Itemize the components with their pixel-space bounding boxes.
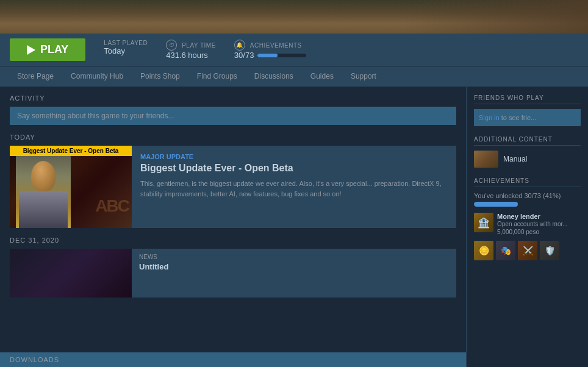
play-stats: LAST PLAYED Today ⏱ PLAY TIME 431.6 hour… <box>104 40 306 60</box>
sign-in-suffix: to see frie... <box>501 114 536 121</box>
achievement-money-lender-icon <box>474 213 493 232</box>
news-thumb-figure <box>16 155 71 228</box>
play-button[interactable]: PLAY <box>10 38 85 61</box>
playtime-label: PLAY TIME <box>182 42 216 49</box>
last-played-label: LAST PLAYED <box>104 40 148 46</box>
news-tag2: NEWS <box>139 254 168 260</box>
achievements-progress-bar <box>257 54 306 57</box>
news-thumbnail: Biggest Update Ever - Open Beta ABC <box>10 146 132 228</box>
news-card-major-update[interactable]: Biggest Update Ever - Open Beta ABC MAJO… <box>10 146 456 228</box>
sign-in-link[interactable]: Sign in <box>479 114 500 121</box>
sign-in-box[interactable]: Sign in to see frie... <box>474 109 581 126</box>
achievements-unlocked-text: You've unlocked 30/73 (41%) <box>474 192 581 199</box>
nav-discussions[interactable]: Discussions <box>247 66 301 87</box>
hero-banner <box>0 0 588 34</box>
news-card-dec[interactable]: NEWS Untitled <box>10 249 456 298</box>
achievements-sidebar-title: ACHIEVEMENTS <box>474 177 581 187</box>
friends-section: FRIENDS WHO PLAY Sign in to see frie... <box>474 94 581 126</box>
downloads-label: DOWNLOADS <box>10 356 59 363</box>
news-tag: MAJOR UPDATE <box>140 153 448 160</box>
achievements-sidebar-section: ACHIEVEMENTS You've unlocked 30/73 (41%)… <box>474 177 581 260</box>
nav-guides[interactable]: Guides <box>303 66 341 87</box>
additional-content-section: ADDITIONAL CONTENT Manual <box>474 136 581 168</box>
downloads-bar[interactable]: DOWNLOADS <box>0 352 466 367</box>
today-date-label: TODAY <box>10 134 456 141</box>
news-title2: Untitled <box>139 262 168 271</box>
achievements-bar-wrap: 30/73 <box>234 51 307 60</box>
ach-icon-1[interactable]: 🪙 <box>474 241 493 260</box>
nav-community-hub[interactable]: Community Hub <box>63 66 131 87</box>
news-content: MAJOR UPDATE Biggest Update Ever - Open … <box>132 146 456 228</box>
manual-label: Manual <box>503 155 527 163</box>
activity-section-title: ACTIVITY <box>10 94 456 102</box>
news-thumb2 <box>10 249 132 298</box>
nav-bar: Store Page Community Hub Points Shop Fin… <box>0 66 588 87</box>
achievement-money-lender-desc: Open accounts with mor... 5,000,000 peso <box>497 220 581 236</box>
achievements-bar-fill <box>474 202 518 207</box>
achievement-money-lender-name: Money lender <box>497 213 581 220</box>
content-left: ACTIVITY TODAY Biggest Update Ever - Ope… <box>0 87 466 367</box>
content-right: FRIENDS WHO PLAY Sign in to see frie... … <box>466 87 588 367</box>
achievements-label: ACHIEVEMENTS <box>250 42 302 49</box>
news-thumb-banner: Biggest Update Ever - Open Beta <box>10 146 132 156</box>
achievement-money-lender-info: Money lender Open accounts with mor... 5… <box>497 213 581 236</box>
playtime-stat: ⏱ PLAY TIME 431.6 hours <box>166 40 216 60</box>
news-body: This, gentlemen, is the biggest update w… <box>140 179 448 199</box>
nav-support[interactable]: Support <box>343 66 384 87</box>
last-played-stat: LAST PLAYED Today <box>104 40 148 60</box>
last-played-value: Today <box>104 46 148 55</box>
achievements-full-bar <box>474 202 581 207</box>
ach-icon-4[interactable]: 🛡️ <box>540 241 559 260</box>
achievements-value: 30/73 <box>234 51 254 60</box>
friends-title: FRIENDS WHO PLAY <box>474 94 581 104</box>
activity-input[interactable] <box>10 107 456 125</box>
ach-icon-2[interactable]: 🎭 <box>496 241 515 260</box>
news-title: Biggest Update Ever - Open Beta <box>140 163 448 174</box>
manual-item[interactable]: Manual <box>474 151 581 168</box>
nav-find-groups[interactable]: Find Groups <box>190 66 245 87</box>
nav-store-page[interactable]: Store Page <box>10 66 61 87</box>
nav-points-shop[interactable]: Points Shop <box>133 66 187 87</box>
achievements-stat: 🔔 ACHIEVEMENTS 30/73 <box>234 40 307 60</box>
achievement-money-lender[interactable]: Money lender Open accounts with mor... 5… <box>474 213 581 236</box>
news-content2: NEWS Untitled <box>132 249 176 298</box>
main-layout: ACTIVITY TODAY Biggest Update Ever - Ope… <box>0 87 588 367</box>
additional-title: ADDITIONAL CONTENT <box>474 136 581 146</box>
achievements-progress-fill <box>257 54 278 57</box>
achievement-icons-row: 🪙 🎭 ⚔️ 🛡️ <box>474 241 581 260</box>
achievement-bell-icon: 🔔 <box>234 40 245 51</box>
playtime-value: 431.6 hours <box>166 51 216 60</box>
play-triangle-icon <box>27 45 35 55</box>
manual-thumb <box>474 151 498 168</box>
dec-date-label: DEC 31, 2020 <box>10 237 456 244</box>
clock-icon: ⏱ <box>166 40 177 51</box>
news-bg-decoration: ABC <box>95 196 129 216</box>
play-bar: PLAY LAST PLAYED Today ⏱ PLAY TIME 431.6… <box>0 34 588 66</box>
ach-icon-3[interactable]: ⚔️ <box>518 241 537 260</box>
play-label: PLAY <box>40 43 68 56</box>
